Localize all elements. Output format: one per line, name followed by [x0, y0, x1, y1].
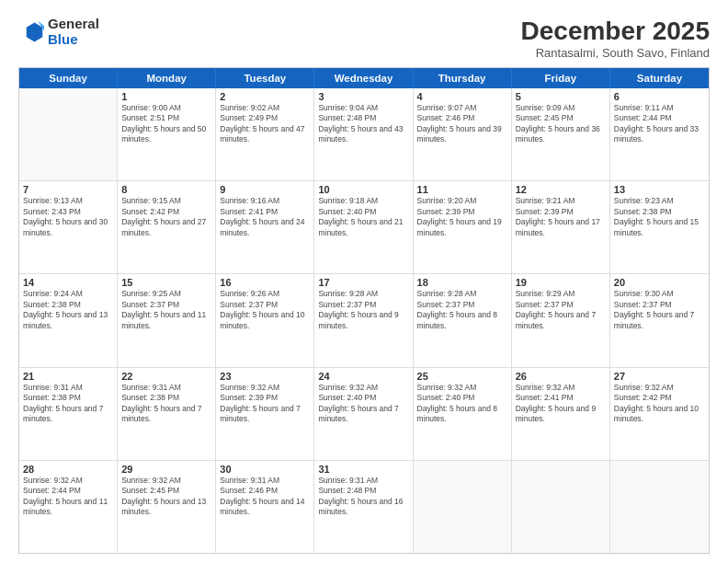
header-cell-thursday: Thursday: [414, 68, 512, 88]
day-cell-31: 31Sunrise: 9:31 AMSunset: 2:48 PMDayligh…: [314, 461, 413, 553]
cell-info: Sunrise: 9:31 AMSunset: 2:38 PMDaylight:…: [23, 383, 113, 425]
day-cell-25: 25Sunrise: 9:32 AMSunset: 2:40 PMDayligh…: [414, 368, 512, 460]
day-cell-1: 1Sunrise: 9:00 AMSunset: 2:51 PMDaylight…: [118, 88, 216, 180]
day-number: 31: [318, 464, 408, 475]
day-number: 22: [121, 371, 211, 382]
cell-info: Sunrise: 9:32 AMSunset: 2:42 PMDaylight:…: [614, 383, 705, 425]
day-number: 27: [614, 371, 705, 382]
day-number: 30: [220, 464, 310, 475]
cell-info: Sunrise: 9:15 AMSunset: 2:42 PMDaylight:…: [121, 196, 211, 238]
day-cell-30: 30Sunrise: 9:31 AMSunset: 2:46 PMDayligh…: [216, 461, 314, 553]
day-cell-28: 28Sunrise: 9:32 AMSunset: 2:44 PMDayligh…: [19, 461, 118, 553]
cell-info: Sunrise: 9:32 AMSunset: 2:40 PMDaylight:…: [318, 383, 408, 425]
day-cell-7: 7Sunrise: 9:13 AMSunset: 2:43 PMDaylight…: [19, 181, 118, 273]
day-number: 19: [516, 277, 606, 288]
header-cell-wednesday: Wednesday: [314, 68, 413, 88]
day-cell-3: 3Sunrise: 9:04 AMSunset: 2:48 PMDaylight…: [314, 88, 413, 180]
day-cell-6: 6Sunrise: 9:11 AMSunset: 2:44 PMDaylight…: [610, 88, 709, 180]
day-cell-5: 5Sunrise: 9:09 AMSunset: 2:45 PMDaylight…: [512, 88, 610, 180]
main-title: December 2025: [521, 17, 710, 46]
day-cell-2: 2Sunrise: 9:02 AMSunset: 2:49 PMDaylight…: [216, 88, 314, 180]
calendar: SundayMondayTuesdayWednesdayThursdayFrid…: [18, 67, 710, 554]
day-cell-22: 22Sunrise: 9:31 AMSunset: 2:38 PMDayligh…: [118, 368, 216, 460]
day-number: 5: [516, 91, 606, 102]
cell-info: Sunrise: 9:00 AMSunset: 2:51 PMDaylight:…: [121, 103, 211, 145]
header-cell-monday: Monday: [118, 68, 216, 88]
cell-info: Sunrise: 9:28 AMSunset: 2:37 PMDaylight:…: [318, 289, 408, 331]
page: General Blue December 2025 Rantasalmi, S…: [0, 0, 728, 563]
subtitle: Rantasalmi, South Savo, Finland: [521, 46, 710, 60]
week-row-4: 21Sunrise: 9:31 AMSunset: 2:38 PMDayligh…: [19, 368, 709, 461]
title-block: December 2025 Rantasalmi, South Savo, Fi…: [521, 17, 710, 60]
header-cell-saturday: Saturday: [610, 68, 709, 88]
day-number: 2: [220, 91, 310, 102]
cell-info: Sunrise: 9:28 AMSunset: 2:37 PMDaylight:…: [417, 289, 507, 331]
day-cell-8: 8Sunrise: 9:15 AMSunset: 2:42 PMDaylight…: [118, 181, 216, 273]
cell-info: Sunrise: 9:25 AMSunset: 2:37 PMDaylight:…: [121, 289, 211, 331]
day-number: 29: [121, 464, 211, 475]
day-cell-9: 9Sunrise: 9:16 AMSunset: 2:41 PMDaylight…: [216, 181, 314, 273]
day-cell-20: 20Sunrise: 9:30 AMSunset: 2:37 PMDayligh…: [610, 274, 709, 366]
week-row-5: 28Sunrise: 9:32 AMSunset: 2:44 PMDayligh…: [19, 461, 709, 553]
day-number: 25: [417, 371, 507, 382]
day-number: 26: [516, 371, 606, 382]
day-number: 24: [318, 371, 408, 382]
day-number: 11: [417, 184, 507, 195]
day-cell-21: 21Sunrise: 9:31 AMSunset: 2:38 PMDayligh…: [19, 368, 118, 460]
day-number: 23: [220, 371, 310, 382]
empty-cell: [512, 461, 610, 553]
cell-info: Sunrise: 9:20 AMSunset: 2:39 PMDaylight:…: [417, 196, 507, 238]
day-cell-14: 14Sunrise: 9:24 AMSunset: 2:38 PMDayligh…: [19, 274, 118, 366]
day-cell-11: 11Sunrise: 9:20 AMSunset: 2:39 PMDayligh…: [414, 181, 512, 273]
day-number: 14: [23, 277, 113, 288]
week-row-1: 1Sunrise: 9:00 AMSunset: 2:51 PMDaylight…: [19, 88, 709, 181]
cell-info: Sunrise: 9:24 AMSunset: 2:38 PMDaylight:…: [23, 289, 113, 331]
day-cell-16: 16Sunrise: 9:26 AMSunset: 2:37 PMDayligh…: [216, 274, 314, 366]
day-number: 9: [220, 184, 310, 195]
cell-info: Sunrise: 9:16 AMSunset: 2:41 PMDaylight:…: [220, 196, 310, 238]
cell-info: Sunrise: 9:32 AMSunset: 2:44 PMDaylight:…: [23, 476, 113, 518]
day-cell-15: 15Sunrise: 9:25 AMSunset: 2:37 PMDayligh…: [118, 274, 216, 366]
day-cell-19: 19Sunrise: 9:29 AMSunset: 2:37 PMDayligh…: [512, 274, 610, 366]
day-cell-24: 24Sunrise: 9:32 AMSunset: 2:40 PMDayligh…: [314, 368, 413, 460]
day-cell-4: 4Sunrise: 9:07 AMSunset: 2:46 PMDaylight…: [414, 88, 512, 180]
day-number: 28: [23, 464, 113, 475]
cell-info: Sunrise: 9:30 AMSunset: 2:37 PMDaylight:…: [614, 289, 705, 331]
cell-info: Sunrise: 9:13 AMSunset: 2:43 PMDaylight:…: [23, 196, 113, 238]
week-row-2: 7Sunrise: 9:13 AMSunset: 2:43 PMDaylight…: [19, 181, 709, 274]
cell-info: Sunrise: 9:11 AMSunset: 2:44 PMDaylight:…: [614, 103, 705, 145]
header: General Blue December 2025 Rantasalmi, S…: [18, 17, 710, 60]
header-cell-friday: Friday: [512, 68, 610, 88]
day-number: 20: [614, 277, 705, 288]
day-number: 15: [121, 277, 211, 288]
cell-info: Sunrise: 9:26 AMSunset: 2:37 PMDaylight:…: [220, 289, 310, 331]
day-number: 18: [417, 277, 507, 288]
cell-info: Sunrise: 9:31 AMSunset: 2:46 PMDaylight:…: [220, 476, 310, 518]
header-cell-sunday: Sunday: [19, 68, 118, 88]
day-number: 1: [121, 91, 211, 102]
cell-info: Sunrise: 9:31 AMSunset: 2:48 PMDaylight:…: [318, 476, 408, 518]
day-cell-23: 23Sunrise: 9:32 AMSunset: 2:39 PMDayligh…: [216, 368, 314, 460]
header-cell-tuesday: Tuesday: [216, 68, 314, 88]
day-cell-13: 13Sunrise: 9:23 AMSunset: 2:38 PMDayligh…: [610, 181, 709, 273]
day-number: 16: [220, 277, 310, 288]
cell-info: Sunrise: 9:09 AMSunset: 2:45 PMDaylight:…: [516, 103, 606, 145]
day-cell-12: 12Sunrise: 9:21 AMSunset: 2:39 PMDayligh…: [512, 181, 610, 273]
svg-marker-0: [27, 22, 43, 41]
day-cell-17: 17Sunrise: 9:28 AMSunset: 2:37 PMDayligh…: [314, 274, 413, 366]
day-number: 17: [318, 277, 408, 288]
cell-info: Sunrise: 9:32 AMSunset: 2:40 PMDaylight:…: [417, 383, 507, 425]
day-number: 3: [318, 91, 408, 102]
cell-info: Sunrise: 9:04 AMSunset: 2:48 PMDaylight:…: [318, 103, 408, 145]
empty-cell: [610, 461, 709, 553]
day-number: 12: [516, 184, 606, 195]
logo-icon: [18, 19, 44, 45]
day-number: 6: [614, 91, 705, 102]
day-cell-10: 10Sunrise: 9:18 AMSunset: 2:40 PMDayligh…: [314, 181, 413, 273]
empty-cell: [19, 88, 118, 180]
cell-info: Sunrise: 9:32 AMSunset: 2:39 PMDaylight:…: [220, 383, 310, 425]
day-number: 8: [121, 184, 211, 195]
day-cell-26: 26Sunrise: 9:32 AMSunset: 2:41 PMDayligh…: [512, 368, 610, 460]
day-cell-18: 18Sunrise: 9:28 AMSunset: 2:37 PMDayligh…: [414, 274, 512, 366]
cell-info: Sunrise: 9:07 AMSunset: 2:46 PMDaylight:…: [417, 103, 507, 145]
